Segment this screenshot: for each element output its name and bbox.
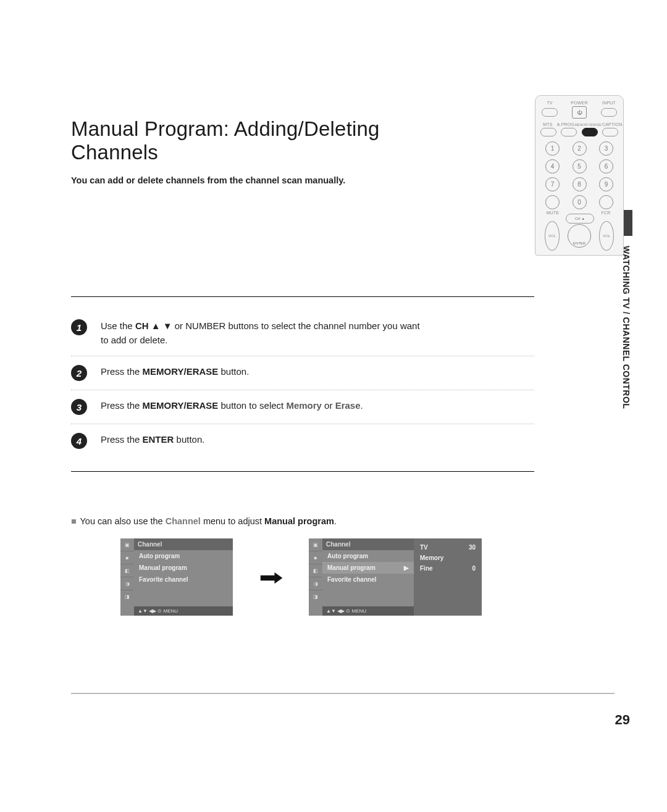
detail-tv-value: 30 [469, 544, 476, 551]
menu-title: Channel [322, 538, 414, 550]
detail-memory-label: Memory [420, 555, 443, 561]
step-4: 4 Press the ENTER button. [71, 424, 534, 458]
remote-control-illustration: TV POWER INPUT ⏻ MTS A.PROG MEMORY/ERASE… [535, 95, 624, 256]
menu-side-icon: ◑ [120, 577, 134, 590]
remote-label-input: INPUT [598, 101, 619, 105]
steps-list: 1 Use the CH ▲ ▼ or NUMBER buttons to se… [71, 296, 534, 472]
menu-item-manual-program[interactable]: Manual program [134, 562, 233, 574]
menu-footer-hints: ▲▼ ◀▶ ⊙ MENU [322, 606, 414, 616]
menu-footer-hints: ▲▼ ◀▶ ⊙ MENU [134, 606, 233, 616]
caption-button[interactable] [602, 128, 618, 136]
osd-menu-screenshot-2: ▣ ■ ◧ ◑ ◨ Channel Auto program Manual pr… [309, 538, 482, 616]
menu-item-auto-program[interactable]: Auto program [322, 550, 414, 562]
side-section-label: WATCHING TV / CHANNEL CONTROL [621, 246, 631, 409]
keypad-6[interactable]: 6 [599, 159, 613, 174]
step-2: 2 Press the MEMORY/ERASE button. [71, 356, 534, 390]
detail-fine-label: Fine [420, 565, 433, 572]
keypad-9[interactable]: 9 [599, 177, 613, 191]
detail-tv-label: TV [420, 544, 428, 551]
aprog-button[interactable] [561, 128, 577, 136]
menu-side-icon: ◑ [309, 577, 322, 590]
remote-label-power: POWER [569, 101, 590, 105]
remote-label-tv: TV [539, 101, 560, 105]
footer-rule [71, 693, 615, 694]
remote-label-mute: MUTE [544, 211, 561, 215]
power-icon: ⏻ [577, 110, 582, 115]
menu-side-icon: ◨ [309, 590, 322, 603]
keypad-5[interactable]: 5 [573, 159, 587, 174]
keypad-2[interactable]: 2 [573, 141, 587, 156]
menu-side-icon: ◧ [309, 564, 322, 577]
menu-side-icon: ▣ [120, 538, 134, 551]
keypad-7[interactable]: 7 [545, 177, 560, 191]
keypad-4[interactable]: 4 [545, 159, 560, 174]
note-bullet-icon: ■ [71, 516, 77, 526]
menu-side-icon: ◧ [120, 564, 134, 577]
menu-item-favorite-channel[interactable]: Favorite channel [322, 574, 414, 585]
keypad-1[interactable]: 1 [545, 141, 560, 156]
keypad-8[interactable]: 8 [573, 177, 587, 191]
menu-item-manual-program-selected[interactable]: Manual program▶ [322, 562, 414, 574]
enter-button[interactable]: ENTER [568, 224, 591, 248]
remote-label-caption: CAPTION [602, 122, 619, 127]
manual-program-detail-panel: TV30 Memory Fine0 [414, 538, 482, 616]
page-subtitle: You can add or delete channels from the … [71, 175, 417, 185]
remote-label-mts: MTS [539, 122, 556, 127]
vol-down-button[interactable]: VOL [545, 221, 560, 251]
menu-item-favorite-channel[interactable]: Favorite channel [134, 574, 233, 585]
mute-button[interactable] [545, 195, 560, 209]
remote-label-aprog: A.PROG [557, 122, 574, 127]
fcr-button[interactable] [599, 195, 613, 209]
input-button[interactable] [601, 108, 617, 117]
menu-side-icon: ■ [309, 551, 322, 564]
power-button[interactable]: ⏻ [572, 106, 587, 119]
menu-item-auto-program[interactable]: Auto program [134, 550, 233, 562]
step-bullet: 1 [71, 319, 87, 335]
step-3: 3 Press the MEMORY/ERASE button to selec… [71, 390, 534, 424]
vol-up-button[interactable]: VOL [599, 221, 614, 251]
step-bullet: 4 [71, 433, 87, 449]
mts-button[interactable] [540, 128, 556, 136]
detail-fine-value: 0 [472, 565, 476, 572]
menu-side-icon: ◨ [120, 590, 134, 603]
page-number: 29 [615, 712, 630, 728]
keypad-3[interactable]: 3 [599, 141, 613, 156]
ch-up-button[interactable]: CH ▲ [566, 214, 594, 224]
step-bullet: 2 [71, 365, 87, 381]
step-1: 1 Use the CH ▲ ▼ or NUMBER buttons to se… [71, 311, 534, 356]
menu-side-icon: ■ [120, 551, 134, 564]
remote-label-fcr: FCR [597, 211, 615, 215]
menu-side-icon: ▣ [309, 538, 322, 551]
bottom-note: ■ You can also use the Channel menu to a… [71, 516, 540, 526]
page-title: Manual Program: Adding/Deleting Channels [71, 117, 417, 164]
tv-button[interactable] [542, 108, 558, 117]
osd-menu-screenshot-1: ▣ ■ ◧ ◑ ◨ Channel Auto program Manual pr… [120, 538, 233, 616]
keypad-0[interactable]: 0 [573, 195, 587, 209]
memory-erase-button[interactable] [582, 128, 598, 136]
step-bullet: 3 [71, 399, 87, 415]
chevron-right-icon: ▶ [404, 564, 409, 571]
remote-label-memory-erase: MEMORY/ERASE [574, 123, 602, 127]
menu-title: Channel [134, 538, 233, 550]
arrow-right-icon: ➡ [259, 566, 283, 589]
